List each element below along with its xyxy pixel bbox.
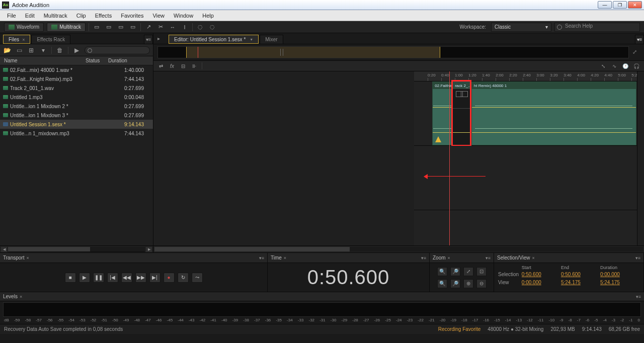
trash-icon[interactable]: 🗑 bbox=[56, 46, 64, 54]
rewind-button[interactable]: ◀◀ bbox=[121, 273, 132, 283]
sel-start[interactable]: 0:50.600 bbox=[522, 272, 561, 277]
timeline-hscroll[interactable] bbox=[153, 245, 644, 252]
snap-icon[interactable]: ⇄ bbox=[156, 62, 166, 70]
file-row[interactable]: 02.Fait...Knight Remix).mp37:44.143 bbox=[0, 74, 153, 83]
prev-button[interactable]: |◀ bbox=[107, 273, 118, 283]
ripple-icon[interactable]: ⤡ bbox=[599, 62, 608, 70]
view-dur[interactable]: 5:24.175 bbox=[600, 280, 639, 285]
zoom-out-v[interactable]: 🔎 bbox=[450, 279, 460, 288]
stop-button[interactable]: ■ bbox=[65, 273, 76, 283]
snap2-icon[interactable]: ∿ bbox=[610, 62, 619, 70]
eq-icon[interactable]: ⊪ bbox=[190, 62, 199, 70]
tool-1[interactable]: ▭ bbox=[92, 23, 101, 32]
pause-button[interactable]: ❚❚ bbox=[93, 273, 104, 283]
view-end[interactable]: 5:24.175 bbox=[561, 280, 600, 285]
panel-menu-icon[interactable]: ▾≡ bbox=[635, 255, 640, 261]
waveform-mode-button[interactable]: Waveform bbox=[4, 23, 44, 32]
zoom-full-icon[interactable]: ⤢ bbox=[632, 49, 640, 57]
workspace-select[interactable]: Classic▾ bbox=[491, 23, 551, 32]
menu-edit[interactable]: Edit bbox=[21, 12, 39, 20]
metronome-icon[interactable]: 🕐 bbox=[621, 62, 630, 70]
minimize-button[interactable]: — bbox=[598, 1, 612, 9]
scroll-left-icon[interactable]: ◀ bbox=[1, 247, 7, 252]
time-display[interactable]: 0:50.600 bbox=[307, 266, 390, 289]
close-icon[interactable]: × bbox=[532, 255, 534, 261]
record-button[interactable]: ● bbox=[164, 273, 175, 283]
tool-2[interactable]: ▭ bbox=[104, 23, 113, 32]
menu-favorites[interactable]: Favorites bbox=[117, 12, 147, 20]
close-icon[interactable]: × bbox=[284, 255, 286, 261]
col-status[interactable]: Status bbox=[86, 58, 108, 63]
timeline-overview[interactable]: ⤢ bbox=[157, 46, 629, 58]
play-button[interactable]: ▶ bbox=[79, 273, 90, 283]
open-file-icon[interactable]: 📂 bbox=[3, 46, 11, 54]
panel-menu-icon[interactable]: ▾≡ bbox=[259, 255, 264, 261]
razor-tool[interactable]: ✂ bbox=[156, 23, 165, 32]
file-list[interactable]: 02.Fait...mix) 48000 1.wav *1:40.00002.F… bbox=[0, 65, 153, 245]
timeline-lanes[interactable]: hms 0:200:401:001:201:402:002:202:403:00… bbox=[414, 71, 637, 245]
file-row[interactable]: Untitled 1.mp30:00.048 bbox=[0, 93, 153, 102]
menu-window[interactable]: Window bbox=[170, 12, 197, 20]
filter-input[interactable] bbox=[85, 46, 150, 54]
multitrack-mode-button[interactable]: Multitrack bbox=[47, 23, 86, 32]
menu-effects[interactable]: Effects bbox=[91, 12, 116, 20]
zoom-in-point[interactable]: ⊕ bbox=[463, 279, 473, 288]
lane-1[interactable]: 02.Faithless - Sun rack 2_...1 ▾ ht Remi… bbox=[414, 81, 637, 146]
lane-3[interactable] bbox=[414, 210, 637, 245]
panel-menu-icon[interactable]: ▾≡ bbox=[636, 294, 641, 299]
play-icon[interactable]: ▶ bbox=[72, 46, 80, 54]
collapse-icon[interactable]: ▸ bbox=[157, 36, 160, 41]
playhead[interactable] bbox=[449, 71, 450, 245]
maximize-button[interactable]: ❐ bbox=[613, 1, 627, 9]
monitor-icon[interactable]: 🎧 bbox=[632, 62, 641, 70]
files-hscroll[interactable]: ◀ ▶ bbox=[0, 245, 153, 252]
brush-tool[interactable]: ◌ bbox=[208, 23, 217, 32]
time-ruler[interactable]: hms 0:200:401:001:201:402:002:202:403:00… bbox=[414, 71, 637, 81]
col-duration[interactable]: Duration bbox=[108, 58, 153, 63]
file-row[interactable]: Untitle...n 1_mixdown.mp37:44.143 bbox=[0, 129, 153, 138]
file-row[interactable]: Untitled Session 1.sesx *9:14.143 bbox=[0, 120, 153, 129]
time-select-tool[interactable]: I bbox=[180, 23, 189, 32]
zoom-sel[interactable]: ⊡ bbox=[476, 267, 487, 276]
fx-icon[interactable]: fx bbox=[168, 62, 177, 70]
zoom-out-h[interactable]: 🔎 bbox=[450, 267, 460, 276]
search-help-input[interactable]: Search Help bbox=[554, 23, 640, 32]
zoom-full[interactable]: ⤢ bbox=[463, 267, 473, 276]
spot-heal-tool[interactable]: ◌ bbox=[196, 23, 205, 32]
sel-end[interactable]: 0:50.600 bbox=[561, 272, 600, 277]
panel-menu-icon[interactable]: ▾≡ bbox=[486, 255, 491, 261]
next-button[interactable]: ▶| bbox=[149, 273, 160, 283]
editor-tab[interactable]: Editor: Untitled Session 1.sesx *▼ bbox=[169, 35, 259, 44]
levels-meter[interactable] bbox=[3, 302, 641, 317]
file-row[interactable]: Track 2_001_1.wav0:27.699 bbox=[0, 83, 153, 93]
menu-multitrack[interactable]: Multitrack bbox=[40, 12, 71, 20]
panel-menu[interactable]: ▾≡ bbox=[144, 35, 153, 44]
lane-2[interactable] bbox=[414, 146, 637, 210]
close-button[interactable]: ✕ bbox=[628, 1, 642, 9]
tool-3[interactable]: ▭ bbox=[116, 23, 125, 32]
clip-faithless-2[interactable]: ht Remix) 48000 1 bbox=[471, 81, 636, 145]
send-icon[interactable]: ⊟ bbox=[179, 62, 188, 70]
file-row[interactable]: 02.Fait...mix) 48000 1.wav *1:40.000 bbox=[0, 65, 153, 74]
menu-clip[interactable]: Clip bbox=[72, 12, 90, 20]
move-tool[interactable]: ↗ bbox=[144, 23, 153, 32]
recording-favorite[interactable]: Recording Favorite bbox=[438, 326, 480, 332]
panel-menu[interactable]: ▾≡ bbox=[635, 35, 644, 44]
loop-button[interactable]: ↻ bbox=[178, 273, 189, 283]
file-row[interactable]: Untitle...ion 1 Mixdown 2 *0:27.699 bbox=[0, 102, 153, 111]
tab-files[interactable]: Files× bbox=[3, 35, 30, 44]
chevron-down-icon[interactable]: ▼ bbox=[250, 38, 253, 41]
sel-dur[interactable]: 0:00.000 bbox=[600, 272, 639, 277]
close-icon[interactable]: × bbox=[20, 294, 22, 299]
zoom-in-h[interactable]: 🔍 bbox=[437, 267, 447, 276]
chevron-down-icon[interactable]: ▾ bbox=[39, 46, 47, 54]
close-icon[interactable]: × bbox=[22, 37, 25, 42]
mixer-tab[interactable]: Mixer bbox=[260, 35, 283, 44]
skip-selection-button[interactable]: ⤳ bbox=[192, 273, 203, 283]
slip-tool[interactable]: ↔ bbox=[168, 23, 177, 32]
close-icon[interactable]: × bbox=[448, 255, 450, 261]
import-icon[interactable]: ⊞ bbox=[27, 46, 35, 54]
forward-button[interactable]: ▶▶ bbox=[135, 273, 146, 283]
file-row[interactable]: Untitle...ion 1 Mixdown 3 *0:27.699 bbox=[0, 111, 153, 120]
tool-4[interactable]: ▭ bbox=[128, 23, 137, 32]
